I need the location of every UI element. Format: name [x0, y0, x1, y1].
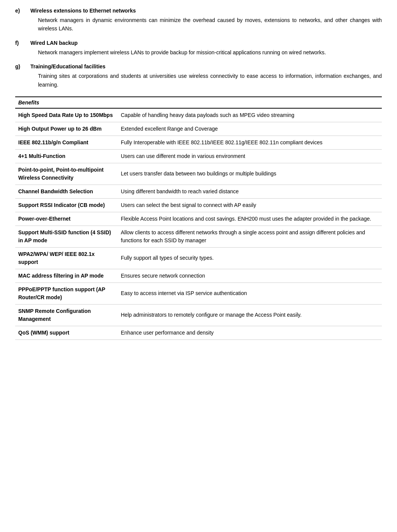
- description-cell: Help administrators to remotely configur…: [118, 304, 382, 326]
- feature-cell: Channel Bandwidth Selection: [15, 185, 118, 198]
- description-cell: Ensures secure network connection: [118, 269, 382, 283]
- feature-cell: IEEE 802.11b/g/n Compliant: [15, 136, 118, 149]
- table-row: SNMP Remote Configuration ManagementHelp…: [15, 304, 382, 326]
- description-cell: Fully support all types of security type…: [118, 247, 382, 269]
- section-f-title: Wired LAN backup: [30, 40, 78, 46]
- table-row: High Speed Data Rate Up to 150MbpsCapabl…: [15, 108, 382, 122]
- section-g-title: Training/Educational facilities: [30, 63, 106, 69]
- description-cell: Allow clients to access different networ…: [118, 226, 382, 247]
- feature-cell: MAC address filtering in AP mode: [15, 269, 118, 283]
- feature-cell: Support RSSI Indicator (CB mode): [15, 198, 118, 212]
- description-cell: Using different bandwidth to reach varie…: [118, 185, 382, 198]
- feature-cell: Support Multi-SSID function (4 SSID) in …: [15, 226, 118, 247]
- section-g-body: Training sites at corporations and stude…: [38, 72, 382, 89]
- table-row: MAC address filtering in AP modeEnsures …: [15, 269, 382, 283]
- table-row: Power-over-EthernetFlexible Access Point…: [15, 212, 382, 226]
- section-f: f) Wired LAN backup Network managers imp…: [15, 40, 382, 57]
- feature-cell: PPPoE/PPTP function support (AP Router/C…: [15, 283, 118, 304]
- feature-cell: Power-over-Ethernet: [15, 212, 118, 226]
- feature-cell: High Speed Data Rate Up to 150Mbps: [15, 108, 118, 122]
- section-e-label: e): [15, 8, 30, 14]
- feature-cell: WPA2/WPA/ WEP/ IEEE 802.1x support: [15, 247, 118, 269]
- table-row: 4+1 Multi-FunctionUsers can use differen…: [15, 149, 382, 163]
- table-row: Support Multi-SSID function (4 SSID) in …: [15, 226, 382, 247]
- section-g-label: g): [15, 63, 30, 69]
- content-wrapper: e) Wireless extensions to Ethernet netwo…: [15, 8, 382, 340]
- description-cell: Users can select the best signal to conn…: [118, 198, 382, 212]
- description-cell: Easy to access internet via ISP service …: [118, 283, 382, 304]
- description-cell: Users can use different mode in various …: [118, 149, 382, 163]
- table-header-row: Benefits: [15, 97, 382, 108]
- section-g: g) Training/Educational facilities Train…: [15, 63, 382, 89]
- section-f-label: f): [15, 40, 30, 46]
- table-row: IEEE 802.11b/g/n CompliantFully Interope…: [15, 136, 382, 149]
- table-row: QoS (WMM) supportEnhance user performanc…: [15, 326, 382, 339]
- table-row: Support RSSI Indicator (CB mode)Users ca…: [15, 198, 382, 212]
- description-cell: Fully Interoperable with IEEE 802.11b/IE…: [118, 136, 382, 149]
- table-row: WPA2/WPA/ WEP/ IEEE 802.1x supportFully …: [15, 247, 382, 269]
- table-row: High Output Power up to 26 dBmExtended e…: [15, 122, 382, 136]
- section-f-body: Network managers implement wireless LANs…: [38, 48, 382, 57]
- description-cell: Extended excellent Range and Coverage: [118, 122, 382, 136]
- table-row: PPPoE/PPTP function support (AP Router/C…: [15, 283, 382, 304]
- section-e-title: Wireless extensions to Ethernet networks: [30, 8, 136, 14]
- description-cell: Capable of handling heavy data payloads …: [118, 108, 382, 122]
- table-row: Channel Bandwidth SelectionUsing differe…: [15, 185, 382, 198]
- section-e: e) Wireless extensions to Ethernet netwo…: [15, 8, 382, 33]
- feature-cell: SNMP Remote Configuration Management: [15, 304, 118, 326]
- description-cell: Flexible Access Point locations and cost…: [118, 212, 382, 226]
- benefits-table: Benefits High Speed Data Rate Up to 150M…: [15, 97, 382, 340]
- description-cell: Let users transfer data between two buil…: [118, 163, 382, 185]
- table-header: Benefits: [15, 97, 382, 108]
- table-row: Point-to-point, Point-to-multipoint Wire…: [15, 163, 382, 185]
- feature-cell: QoS (WMM) support: [15, 326, 118, 339]
- feature-cell: Point-to-point, Point-to-multipoint Wire…: [15, 163, 118, 185]
- feature-cell: 4+1 Multi-Function: [15, 149, 118, 163]
- description-cell: Enhance user performance and density: [118, 326, 382, 339]
- section-e-body: Network managers in dynamic environments…: [38, 16, 382, 33]
- feature-cell: High Output Power up to 26 dBm: [15, 122, 118, 136]
